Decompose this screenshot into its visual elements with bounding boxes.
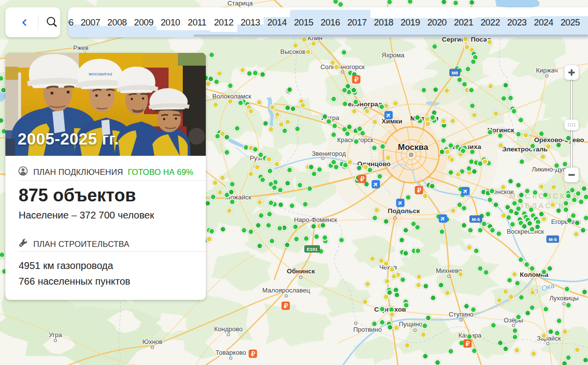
svg-text:М-5: М-5 (549, 237, 557, 242)
svg-text:М8: М8 (451, 70, 458, 75)
svg-text:М-5: М-5 (472, 217, 480, 222)
svg-text:Е101: Е101 (307, 246, 318, 252)
svg-text:МОСОБЛГАЗ: МОСОБЛГАЗ (89, 72, 112, 76)
